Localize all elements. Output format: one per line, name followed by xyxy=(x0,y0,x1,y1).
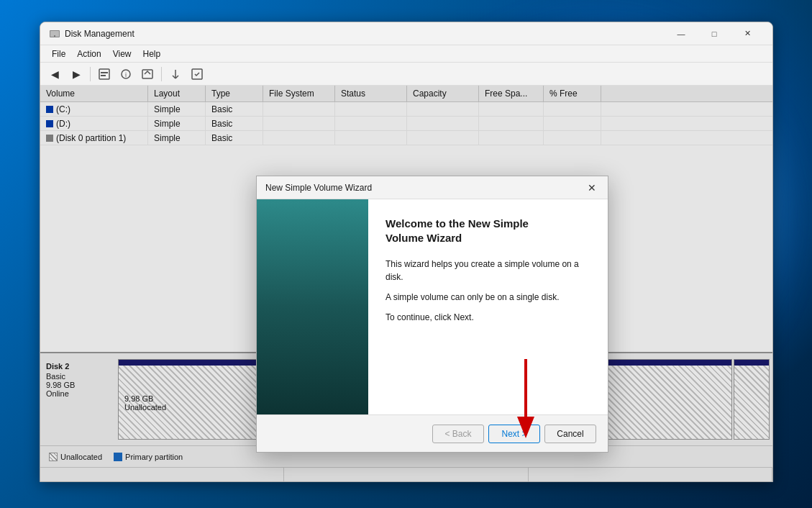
app-icon xyxy=(49,28,60,40)
wizard-close-button[interactable]: ✕ xyxy=(585,181,599,195)
back-button[interactable]: ◀ xyxy=(45,65,65,83)
toolbar-btn-1[interactable] xyxy=(94,65,114,83)
toolbar-btn-3[interactable] xyxy=(137,65,158,83)
wizard-footer: < Back Next > Cancel xyxy=(257,414,608,452)
red-arrow xyxy=(511,359,540,448)
wizard-paragraph-1: This wizard helps you create a simple vo… xyxy=(386,258,593,284)
disk-management-window: Disk Management — □ ✕ File Action View H… xyxy=(40,22,773,482)
menu-bar: File Action View Help xyxy=(40,45,772,63)
close-button[interactable]: ✕ xyxy=(731,22,764,45)
toolbar-separator-2 xyxy=(161,67,162,81)
menu-view[interactable]: View xyxy=(107,47,137,60)
toolbar-btn-4[interactable] xyxy=(165,65,186,83)
toolbar-separator-1 xyxy=(90,67,91,81)
menu-file[interactable]: File xyxy=(46,47,71,60)
menu-action[interactable]: Action xyxy=(71,47,106,60)
toolbar: ◀ ▶ i xyxy=(40,63,772,86)
maximize-button[interactable]: □ xyxy=(698,22,731,45)
svg-marker-11 xyxy=(517,417,534,438)
window-title: Disk Management xyxy=(65,29,665,39)
svg-rect-5 xyxy=(101,75,106,76)
wizard-heading: Welcome to the New SimpleVolume Wizard xyxy=(386,217,593,245)
toolbar-btn-2[interactable]: i xyxy=(116,65,136,83)
forward-button[interactable]: ▶ xyxy=(66,65,86,83)
cancel-button[interactable]: Cancel xyxy=(544,425,596,443)
wizard-sidebar xyxy=(257,199,368,414)
wizard-dialog: New Simple Volume Wizard ✕ Welcome to th… xyxy=(256,176,608,453)
menu-help[interactable]: Help xyxy=(137,47,167,60)
wizard-body: Welcome to the New SimpleVolume Wizard T… xyxy=(257,199,608,414)
wizard-title: New Simple Volume Wizard xyxy=(265,183,585,193)
wizard-paragraph-3: To continue, click Next. xyxy=(386,311,593,324)
window-controls: — □ ✕ xyxy=(665,22,764,45)
wizard-paragraph-2: A simple volume can only be on a single … xyxy=(386,291,593,304)
content-area: Volume Layout Type File System Status Ca… xyxy=(40,86,772,481)
toolbar-btn-5[interactable] xyxy=(187,65,207,83)
minimize-button[interactable]: — xyxy=(665,22,698,45)
title-bar: Disk Management — □ ✕ xyxy=(40,22,772,45)
wizard-title-bar: New Simple Volume Wizard ✕ xyxy=(257,176,608,199)
svg-point-2 xyxy=(54,35,55,37)
svg-text:i: i xyxy=(125,71,127,78)
wizard-content: Welcome to the New SimpleVolume Wizard T… xyxy=(368,199,608,414)
back-button[interactable]: < Back xyxy=(432,425,484,443)
svg-rect-3 xyxy=(99,69,109,79)
svg-rect-4 xyxy=(101,72,108,73)
